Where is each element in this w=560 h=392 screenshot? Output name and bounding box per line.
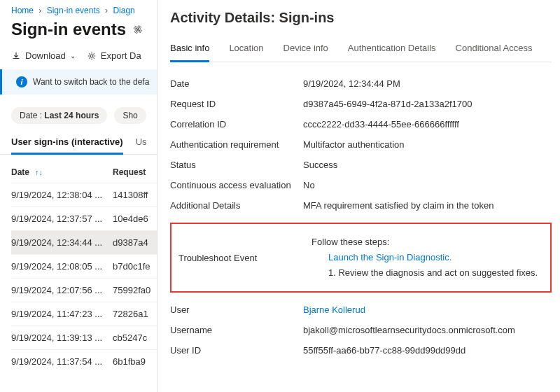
tab-authentication-details[interactable]: Authentication Details — [348, 43, 436, 62]
cell-request: 10e4de6 — [113, 214, 157, 224]
field-correlation-id-value: cccc2222-dd33-4444-55ee-666666ffffff — [303, 119, 552, 130]
download-icon — [11, 51, 21, 61]
field-auth-requirement-value: Multifactor authentication — [303, 139, 552, 150]
download-label: Download — [25, 50, 66, 61]
field-additional-details-label: Additional Details — [170, 200, 303, 211]
cell-request: cb5247c — [113, 332, 157, 343]
details-panel: Activity Details: Sign-ins Basic info Lo… — [158, 0, 560, 392]
svg-point-0 — [90, 55, 93, 57]
export-label: Export Da — [101, 50, 141, 61]
field-request-id-label: Request ID — [170, 99, 303, 109]
info-banner-text: Want to switch back to the defa — [33, 77, 149, 87]
table-header: Date ↑↓ Request — [11, 162, 157, 183]
tab-device-info[interactable]: Device info — [284, 43, 328, 62]
breadcrumb-signin-events[interactable]: Sign-in events — [47, 6, 100, 15]
tab-conditional-access[interactable]: Conditional Access — [456, 43, 533, 62]
field-username-label: Username — [170, 325, 303, 335]
troubleshoot-intro: Follow these steps: — [312, 234, 543, 250]
tab-basic-info[interactable]: Basic info — [170, 43, 209, 62]
cell-date: 9/19/2024, 11:37:54 ... — [11, 356, 113, 367]
details-title: Activity Details: Sign-ins — [170, 10, 552, 26]
field-date-label: Date — [170, 78, 303, 89]
tab-user-signins-other[interactable]: Us — [136, 132, 147, 154]
cell-date: 9/19/2024, 12:38:04 ... — [11, 190, 113, 200]
breadcrumb-diagnose[interactable]: Diagn — [113, 6, 134, 15]
launch-diagnostic-link[interactable]: Launch the Sign-in Diagnostic. — [328, 252, 451, 262]
chevron-right-icon: › — [38, 6, 41, 15]
table-row[interactable]: 9/19/2024, 12:38:04 ...141308ff — [11, 183, 157, 206]
table-row[interactable]: 9/19/2024, 12:07:56 ...75992fa0 — [11, 278, 157, 302]
field-user-id-label: User ID — [170, 345, 303, 356]
field-troubleshoot-label: Troubleshoot Event — [178, 253, 312, 263]
tab-location[interactable]: Location — [229, 43, 263, 62]
table-row[interactable]: 9/19/2024, 11:37:54 ...6b1fba9 — [11, 349, 157, 373]
field-cae-label: Continuous access evaluation — [170, 180, 303, 190]
field-request-id-value: d9387a45-6949-4f2a-871d-2a133a2f1700 — [303, 99, 552, 109]
export-button[interactable]: Export Da — [87, 50, 141, 61]
field-status-value: Success — [303, 160, 552, 170]
info-banner: i Want to switch back to the defa — [0, 69, 157, 94]
cell-request: 141308ff — [113, 190, 157, 200]
filter-date-pill[interactable]: Date : Last 24 hours — [11, 107, 107, 124]
column-request-header[interactable]: Request — [113, 167, 157, 177]
field-user-label: User — [170, 304, 303, 315]
info-icon: i — [16, 76, 27, 88]
table-row[interactable]: 9/19/2024, 11:39:13 ...cb5247c — [11, 326, 157, 349]
column-date-header[interactable]: Date — [11, 167, 29, 177]
field-user-link[interactable]: Bjarne Kollerud — [303, 304, 365, 315]
table-row[interactable]: 9/19/2024, 11:47:23 ...72826a1 — [11, 302, 157, 326]
breadcrumb-home[interactable]: Home — [11, 6, 34, 15]
field-status-label: Status — [170, 160, 303, 170]
breadcrumb: Home › Sign-in events › Diagn — [11, 6, 157, 15]
cell-request: d9387a4 — [113, 237, 157, 248]
field-date-value: 9/19/2024, 12:34:44 PM — [303, 78, 552, 89]
field-correlation-id-label: Correlation ID — [170, 119, 303, 130]
field-username-value: bjakoll@microsoftlearnsecuritydocs.onmic… — [303, 325, 552, 335]
table-row[interactable]: 9/19/2024, 12:34:44 ...d9387a4 — [11, 230, 157, 254]
chevron-right-icon: › — [105, 6, 108, 15]
cell-request: 6b1fba9 — [113, 356, 157, 367]
field-auth-requirement-label: Authentication requirement — [170, 139, 303, 150]
filter-date-prefix: Date : — [20, 111, 44, 120]
cell-date: 9/19/2024, 12:07:56 ... — [11, 285, 113, 295]
download-button[interactable]: Download ⌄ — [11, 50, 76, 61]
cell-date: 9/19/2024, 12:08:05 ... — [11, 261, 113, 272]
cell-date: 9/19/2024, 12:34:44 ... — [11, 237, 113, 248]
cell-request: b7d0c1fe — [113, 261, 157, 272]
tab-user-signins-interactive[interactable]: User sign-ins (interactive) — [11, 132, 123, 155]
chevron-down-icon: ⌄ — [70, 52, 76, 59]
cell-date: 9/19/2024, 11:47:23 ... — [11, 309, 113, 319]
cell-date: 9/19/2024, 12:37:57 ... — [11, 214, 113, 224]
field-user-id-value: 55ff55ff-aa66-bb77-cc88-99dd99dd99dd — [303, 345, 552, 356]
table-row[interactable]: 9/19/2024, 12:37:57 ...10e4de6 — [11, 206, 157, 230]
cell-request: 72826a1 — [113, 309, 157, 319]
filter-date-value: Last 24 hours — [44, 111, 99, 120]
toolbar: Download ⌄ Export Da — [11, 50, 157, 61]
filter-show-pill[interactable]: Sho — [114, 107, 146, 124]
page-title: Sign-in events — [11, 20, 126, 39]
sort-icon[interactable]: ↑↓ — [35, 168, 43, 176]
field-cae-value: No — [303, 180, 552, 190]
table-row[interactable]: 9/19/2024, 12:08:05 ...b7d0c1fe — [11, 254, 157, 278]
gear-icon — [87, 51, 97, 61]
cell-request: 75992fa0 — [113, 285, 157, 295]
cell-date: 9/19/2024, 11:39:13 ... — [11, 332, 113, 343]
field-additional-details-value: MFA requirement satisfied by claim in th… — [303, 200, 552, 211]
pin-icon[interactable]: ✙ — [130, 21, 146, 37]
troubleshoot-step: 1. Review the diagnosis and act on sugge… — [312, 265, 543, 281]
troubleshoot-section: Troubleshoot Event Follow these steps: L… — [170, 223, 552, 293]
